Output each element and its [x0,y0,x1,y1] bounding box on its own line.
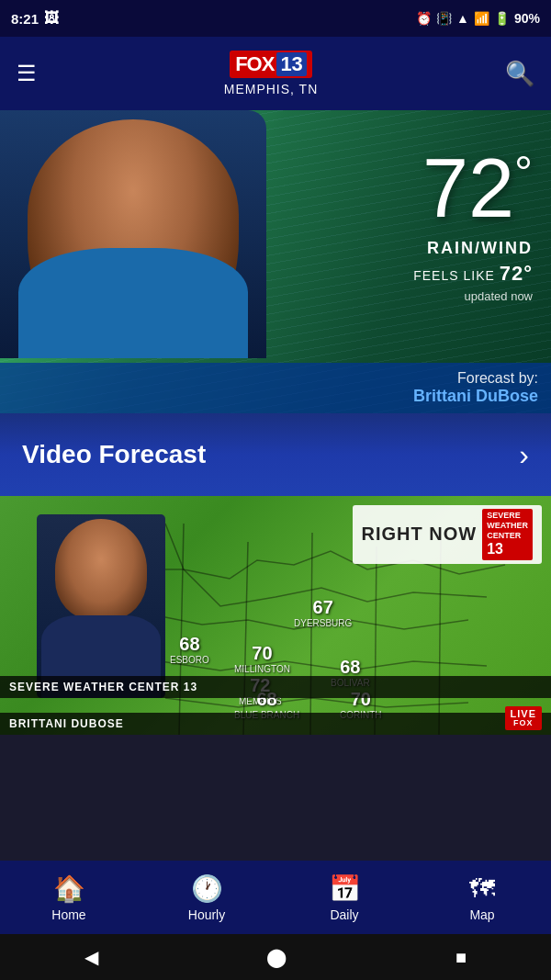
right-now-text: RIGHT NOW [362,524,478,545]
video-forecast-title: Video Forecast [22,440,206,469]
temp-value: 72 [422,142,514,234]
fox-text-badge: FOX [513,719,534,728]
alarm-icon: ⏰ [416,11,432,26]
weather-hero: 72° RAIN/WIND FEELS LIKE 72° updated now… [0,110,551,413]
badge-num: 13 [487,540,528,558]
daily-icon: 📅 [329,873,361,904]
hourly-icon: 🕐 [191,873,223,904]
bottom-navigation: 🏠 Home 🕐 Hourly 📅 Daily 🗺 Map [0,861,551,934]
app-logo: FOX 13 MEMPHIS, TN [224,51,319,96]
center-text: CENTER [487,531,528,541]
forecast-by-banner: Forecast by: Brittani DuBose [0,363,551,413]
daily-label: Daily [330,907,358,922]
map-label: Map [469,907,494,922]
swc-bottom-bar: SEVERE WEATHER CENTER 13 [0,676,551,698]
reporter-video-thumbnail [37,514,165,698]
swc13-badge: SEVERE WEATHER CENTER 13 [482,509,533,560]
reporter-name-bar: BRITTANI DUBOSE LIVE FOX [0,713,551,735]
vibrate-icon: 📳 [436,11,452,26]
search-button[interactable]: 🔍 [505,60,534,88]
live-fox-badge: LIVE FOX [505,706,542,730]
nav-item-daily[interactable]: 📅 Daily [276,873,413,922]
battery-percent: 90% [514,11,540,26]
video-forecast-section[interactable]: Video Forecast › [0,413,551,496]
nav-item-home[interactable]: 🏠 Home [0,873,138,922]
home-label: Home [51,907,85,922]
feels-like-row: FEELS LIKE 72° [413,262,533,286]
battery-icon: 🔋 [494,11,510,26]
updated-text: updated now [413,289,533,303]
logo-13: 13 [276,52,306,76]
severe-text: SEVERE [487,511,528,521]
home-icon: 🏠 [53,873,85,904]
city-label: MEMPHIS, TN [224,82,319,96]
signal-icon: 📶 [474,11,489,26]
fox13-logo-badge: FOX 13 [230,51,312,78]
reporter-face [55,519,147,620]
map-temp-point: 67DYERSBURG [294,597,352,628]
android-home-button[interactable]: ⬤ [266,946,287,968]
temperature-display: 72° [422,147,533,230]
hamburger-menu-button[interactable]: ☰ [17,61,37,86]
hourly-label: Hourly [188,907,225,922]
reporter-name-text: BRITTANI DUBOSE [9,717,124,730]
feels-like-temp: 72° [500,262,533,285]
weather-condition: RAIN/WIND FEELS LIKE 72° updated now [413,239,533,303]
forecast-by-label: Forecast by: [457,370,538,387]
android-recent-button[interactable]: ■ [455,947,467,968]
nav-item-hourly[interactable]: 🕐 Hourly [138,873,276,922]
forecaster-image [0,110,266,358]
condition-text: RAIN/WIND [413,239,533,258]
feels-like-label: FEELS LIKE [413,268,495,283]
forecaster-shirt [18,248,248,358]
video-map-section: RIGHT NOW SEVERE WEATHER CENTER 13 67DYE… [0,496,551,735]
android-navigation: ◀ ⬤ ■ [0,934,551,980]
map-temp-point: 68ESBORO [170,634,209,665]
status-icons: ⏰ 📳 ▲ 📶 🔋 90% [416,11,540,26]
degree-symbol: ° [514,147,533,198]
status-bar: 8:21 🖼 ⏰ 📳 ▲ 📶 🔋 90% [0,0,551,37]
map-temp-point: 70MILLINGTON [234,643,290,674]
header: ☰ FOX 13 MEMPHIS, TN 🔍 [0,37,551,110]
android-back-button[interactable]: ◀ [84,946,98,968]
status-time: 8:21 [11,11,39,27]
fox-text: FOX [235,52,274,76]
nav-item-map[interactable]: 🗺 Map [413,873,551,922]
weather-text: WEATHER [487,521,528,531]
wifi-icon: ▲ [456,11,469,26]
forecaster-name: Brittani DuBose [413,387,538,406]
swc-bar-text: SEVERE WEATHER CENTER 13 [9,681,197,693]
right-now-banner: RIGHT NOW SEVERE WEATHER CENTER 13 [353,505,543,564]
chevron-right-icon: › [519,438,529,472]
status-time-area: 8:21 🖼 [11,10,59,27]
gallery-icon: 🖼 [44,10,59,27]
map-icon: 🗺 [469,873,495,904]
